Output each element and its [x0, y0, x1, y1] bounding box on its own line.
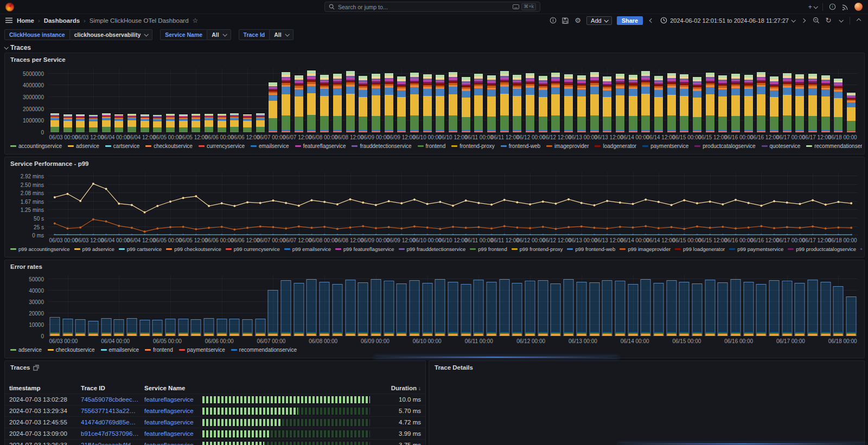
panel-links-icon[interactable]: [33, 365, 39, 371]
variable-value-dropdown[interactable]: All: [270, 29, 293, 40]
table-row[interactable]: 2024-07-03 13:29:3475563771413a22a54618.…: [5, 405, 425, 417]
legend-item[interactable]: featureflagservice: [295, 143, 346, 149]
cell-trace-id-link[interactable]: 41474d0769d85ee2828...: [81, 419, 144, 425]
bar-segment-adservice: [153, 121, 162, 127]
legend-item[interactable]: p99 accountingservice: [10, 246, 70, 252]
favorite-star-icon[interactable]: ☆: [193, 17, 199, 24]
help-icon[interactable]: !: [828, 3, 836, 11]
panel-title[interactable]: Trace Details: [429, 361, 864, 372]
table-row[interactable]: 2024-07-03 13:09:00b91ce47d753709695f1d.…: [5, 428, 425, 440]
legend-item[interactable]: loadgenerator: [595, 143, 636, 149]
legend-item[interactable]: p99 frontend: [470, 246, 507, 252]
col-service-name[interactable]: Service Name: [144, 385, 202, 391]
row-header-traces[interactable]: Traces: [0, 43, 868, 53]
legend-item[interactable]: frauddetectionservice: [352, 143, 411, 149]
legend-item[interactable]: frontend-proxy: [451, 143, 494, 149]
user-avatar[interactable]: [854, 3, 863, 11]
table-row[interactable]: 2024-07-03 13:02:28745a59078cbdeec39b7..…: [5, 394, 425, 405]
refresh-icon[interactable]: ↻: [825, 16, 832, 25]
legend-item[interactable]: checkoutservice: [48, 347, 95, 353]
cell-service-link[interactable]: featureflagservice: [144, 442, 202, 445]
legend-item[interactable]: p99 frauddetectionservice: [399, 246, 466, 252]
new-button[interactable]: +: [808, 3, 817, 11]
variable-value-dropdown[interactable]: clickhouse-observability: [70, 29, 153, 40]
time-shift-back-icon[interactable]: [648, 16, 655, 25]
refresh-interval-dropdown[interactable]: [837, 16, 845, 25]
legend-item[interactable]: p99 frontend-web: [567, 246, 615, 252]
variable-value-dropdown[interactable]: All: [207, 29, 231, 40]
col-timestamp[interactable]: timestamp: [9, 385, 81, 391]
zoom-out-time-icon[interactable]: [812, 16, 820, 25]
cell-trace-id-link[interactable]: 21ff4a0ceeaeb4fd90af0...: [81, 442, 144, 445]
grafana-logo-icon[interactable]: [5, 3, 14, 11]
legend-item[interactable]: p99 loadgenerator: [675, 246, 725, 252]
legend-item[interactable]: p99 quoteservice: [860, 246, 862, 252]
settings-gear-icon[interactable]: ⚙: [574, 16, 582, 25]
save-icon[interactable]: [561, 16, 569, 25]
legend-item[interactable]: adservice: [10, 347, 42, 353]
legend-item[interactable]: imageprovider: [546, 143, 589, 149]
legend-item[interactable]: recommendationservice: [806, 143, 862, 149]
legend-item[interactable]: emailservice: [251, 143, 289, 149]
panel-title[interactable]: Traces: [5, 361, 425, 372]
time-range-picker[interactable]: 2024-06-02 12:01:51 to 2024-06-18 11:27:…: [660, 17, 795, 24]
legend-item[interactable]: paymentservice: [642, 143, 688, 149]
stacked-bar: [179, 114, 188, 132]
legend-item[interactable]: p99 productcatalogservice: [788, 246, 856, 252]
col-trace-id[interactable]: Trace ID: [81, 385, 144, 391]
panel-title[interactable]: Error rates: [5, 260, 864, 271]
panel-title[interactable]: Traces per Service: [5, 53, 864, 64]
table-row[interactable]: 2024-07-03 12:45:5541474d0769d85ee2828..…: [5, 417, 425, 428]
legend-item[interactable]: p99 currencyservice: [226, 246, 280, 252]
legend-item[interactable]: frontend: [418, 143, 446, 149]
legend-item[interactable]: paymentservice: [179, 347, 225, 353]
cell-service-link[interactable]: featureflagservice: [144, 419, 202, 425]
legend-item[interactable]: currencyservice: [199, 143, 245, 149]
time-shift-forward-icon[interactable]: [800, 16, 807, 25]
legend-item[interactable]: frontend: [145, 347, 173, 353]
cell-trace-id-link[interactable]: b91ce47d753709695f1d...: [81, 430, 144, 437]
cell-service-link[interactable]: featureflagservice: [144, 408, 202, 414]
legend-item[interactable]: quoteservice: [762, 143, 801, 149]
legend-item[interactable]: p99 imageprovider: [620, 246, 671, 252]
menu-icon[interactable]: [5, 17, 12, 23]
breadcrumb-home[interactable]: Home: [17, 17, 34, 24]
error-bar: [114, 319, 124, 336]
legend-item[interactable]: cartservice: [105, 143, 139, 149]
search-input[interactable]: Search or jump to... ⌘+k: [324, 2, 540, 12]
stacked-bar: [141, 114, 149, 132]
legend-item[interactable]: p99 paymentservice: [729, 246, 783, 252]
legend-item[interactable]: p99 frontend-proxy: [512, 246, 563, 252]
share-button[interactable]: Share: [617, 16, 643, 25]
legend-item[interactable]: recommendationservice: [231, 347, 297, 353]
panel-title[interactable]: Service Performance - p99: [5, 157, 864, 168]
col-duration[interactable]: Duration↓: [378, 385, 421, 391]
legend-item[interactable]: accountingservice: [10, 143, 62, 149]
bar-segment-frontend: [423, 116, 432, 130]
breadcrumb-dashboards[interactable]: Dashboards: [44, 17, 80, 24]
legend-item[interactable]: p99 checkoutservice: [166, 246, 221, 252]
traces-per-service-plot[interactable]: [48, 68, 858, 132]
legend-item[interactable]: p99 cartservice: [119, 246, 162, 252]
p99-plot[interactable]: [48, 172, 858, 235]
legend-item[interactable]: frontend-web: [501, 143, 540, 149]
y-axis: 0 ms25 s50 s1.25 mins1.67 mins2.08 mins2…: [9, 172, 48, 235]
error-rates-plot[interactable]: [48, 275, 858, 336]
dashboard-info-icon[interactable]: [549, 16, 557, 25]
cell-service-link[interactable]: featureflagservice: [144, 396, 202, 403]
legend-item[interactable]: p99 emailservice: [284, 246, 331, 252]
add-button[interactable]: Add: [586, 16, 612, 25]
legend-item[interactable]: adservice: [68, 143, 99, 149]
collapse-toolbar-icon[interactable]: [855, 16, 863, 25]
bar-segment-adservice: [616, 95, 624, 116]
cell-trace-id-link[interactable]: 75563771413a22a54618...: [81, 408, 144, 414]
table-row[interactable]: 2024-07-03 13:26:3321ff4a0ceeaeb4fd90af0…: [5, 440, 425, 445]
news-rss-icon[interactable]: [841, 3, 849, 11]
legend-item[interactable]: p99 adservice: [74, 246, 114, 252]
cell-service-link[interactable]: featureflagservice: [144, 430, 202, 437]
legend-item[interactable]: p99 featureflagservice: [335, 246, 394, 252]
legend-item[interactable]: checkoutservice: [145, 143, 193, 149]
legend-item[interactable]: productcatalogservice: [694, 143, 755, 149]
cell-trace-id-link[interactable]: 745a59078cbdeec39b7...: [81, 396, 144, 403]
legend-item[interactable]: emailservice: [101, 347, 139, 353]
